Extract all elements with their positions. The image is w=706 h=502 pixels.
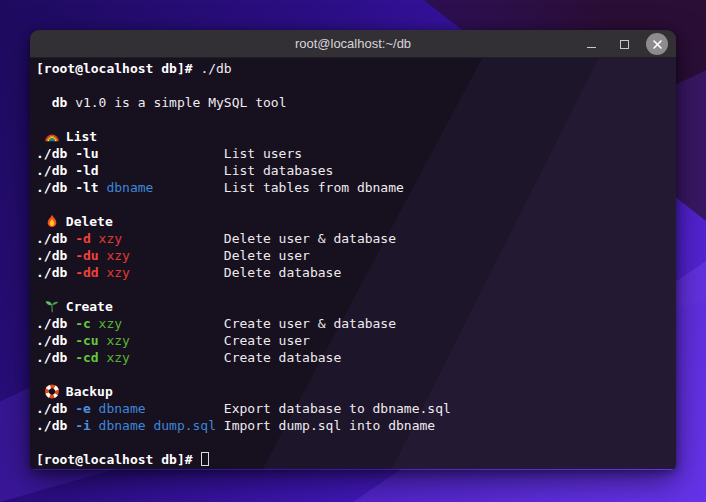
command-cell: ./db -du xzy bbox=[36, 247, 224, 264]
command-cell: ./db -e dbname bbox=[36, 400, 224, 417]
command-row: ./db -d xzyDelete user & database bbox=[36, 230, 670, 247]
command-args: xzy bbox=[91, 316, 122, 331]
shell-prompt: [root@localhost db]# bbox=[36, 61, 193, 76]
command-cell: ./db -c xzy bbox=[36, 315, 224, 332]
section-header: Create bbox=[36, 298, 670, 315]
command-description: Export database to dbname.sql bbox=[224, 401, 451, 416]
help-section: List ./db -luList users ./db -ldList dat… bbox=[36, 128, 670, 196]
command-base: ./db bbox=[36, 418, 67, 433]
command-description: Create database bbox=[224, 350, 341, 365]
command-args: dbname bbox=[91, 401, 146, 416]
command-base: ./db bbox=[36, 163, 67, 178]
minimize-icon bbox=[587, 47, 596, 49]
command-base: ./db bbox=[36, 180, 67, 195]
command-args: dbname bbox=[99, 180, 154, 195]
command-line-entry: [root@localhost db]# ./db bbox=[36, 60, 670, 77]
command-row: ./db -du xzyDelete user bbox=[36, 247, 670, 264]
terminal-window: root@localhost:~/db [root@localhost db]#… bbox=[30, 30, 676, 470]
command-description: Create user bbox=[224, 333, 310, 348]
command-args: dbname dump.sql bbox=[91, 418, 216, 433]
command-flag: -lt bbox=[67, 180, 98, 195]
desktop-background: root@localhost:~/db [root@localhost db]#… bbox=[0, 0, 706, 502]
command-row: ./db -lt dbnameList tables from dbname bbox=[36, 179, 670, 196]
command-description: List tables from dbname bbox=[224, 180, 404, 195]
command-flag: -lu bbox=[67, 146, 98, 161]
command-args: xzy bbox=[99, 265, 130, 280]
command-flag: -c bbox=[67, 316, 90, 331]
command-base: ./db bbox=[36, 248, 67, 263]
command-base: ./db bbox=[36, 350, 67, 365]
command-base: ./db bbox=[36, 316, 67, 331]
command-row: ./db -i dbname dump.sqlImport dump.sql i… bbox=[36, 417, 670, 434]
command-flag: -dd bbox=[67, 265, 98, 280]
command-cell: ./db -lt dbname bbox=[36, 179, 224, 196]
close-button[interactable] bbox=[646, 33, 668, 55]
fire-icon bbox=[44, 214, 60, 229]
lifebuoy-icon bbox=[44, 384, 60, 399]
command-cell: ./db -i dbname dump.sql bbox=[36, 417, 224, 434]
command-base: ./db bbox=[36, 146, 67, 161]
command-row: ./db -dd xzyDelete database bbox=[36, 264, 670, 281]
command-description: Delete user bbox=[224, 248, 310, 263]
command-cell: ./db -d xzy bbox=[36, 230, 224, 247]
help-section: Create ./db -c xzyCreate user & database… bbox=[36, 298, 670, 366]
command-args: xzy bbox=[99, 333, 130, 348]
command-row: ./db -c xzyCreate user & database bbox=[36, 315, 670, 332]
maximize-button[interactable] bbox=[613, 33, 635, 55]
command-row: ./db -luList users bbox=[36, 145, 670, 162]
section-rows: ./db -e dbnameExport database to dbname.… bbox=[36, 400, 670, 434]
minimize-button[interactable] bbox=[580, 33, 602, 55]
command-row: ./db -ldList databases bbox=[36, 162, 670, 179]
window-titlebar[interactable]: root@localhost:~/db bbox=[30, 30, 676, 58]
command-description: List users bbox=[224, 146, 302, 161]
command-flag: -d bbox=[67, 231, 90, 246]
command-flag: -e bbox=[67, 401, 90, 416]
section-title: Backup bbox=[66, 383, 113, 400]
help-section: Delete ./db -d xzyDelete user & database… bbox=[36, 213, 670, 281]
command-flag: -ld bbox=[67, 163, 98, 178]
command-flag: -cu bbox=[67, 333, 98, 348]
app-name: db bbox=[52, 95, 68, 110]
command-cell: ./db -lu bbox=[36, 145, 224, 162]
sections: List ./db -luList users ./db -ldList dat… bbox=[36, 128, 670, 434]
close-icon bbox=[652, 39, 663, 50]
section-title: List bbox=[66, 128, 97, 145]
command-cell: ./db -dd xzy bbox=[36, 264, 224, 281]
command-cell: ./db -ld bbox=[36, 162, 224, 179]
command-cell: ./db -cd xzy bbox=[36, 349, 224, 366]
command-row: ./db -cu xzyCreate user bbox=[36, 332, 670, 349]
terminal-content: [root@localhost db]# ./db db v1.0 is a s… bbox=[30, 58, 676, 470]
command-description: Import dump.sql into dbname bbox=[224, 418, 435, 433]
section-header: Delete bbox=[36, 213, 670, 230]
rainbow-icon bbox=[44, 129, 60, 144]
command-row: ./db -e dbnameExport database to dbname.… bbox=[36, 400, 670, 417]
command-description: Create user & database bbox=[224, 316, 396, 331]
command-flag: -du bbox=[67, 248, 98, 263]
seedling-icon bbox=[44, 299, 60, 314]
section-header: Backup bbox=[36, 383, 670, 400]
command-description: List databases bbox=[224, 163, 334, 178]
maximize-icon bbox=[620, 40, 629, 49]
shell-prompt: [root@localhost db]# bbox=[36, 452, 193, 467]
section-title: Delete bbox=[66, 213, 113, 230]
terminal-cursor[interactable] bbox=[201, 452, 209, 466]
command-base: ./db bbox=[36, 265, 67, 280]
command-args: xzy bbox=[99, 248, 130, 263]
command-description: Delete user & database bbox=[224, 231, 396, 246]
terminal-screen[interactable]: [root@localhost db]# ./db db v1.0 is a s… bbox=[30, 58, 676, 469]
window-controls bbox=[580, 30, 668, 58]
help-section: Backup ./db -e dbnameExport database to … bbox=[36, 383, 670, 434]
intro-line: db v1.0 is a simple MySQL tool bbox=[36, 94, 670, 111]
typed-command: ./db bbox=[200, 61, 231, 76]
section-title: Create bbox=[66, 298, 113, 315]
section-rows: ./db -c xzyCreate user & database ./db -… bbox=[36, 315, 670, 366]
section-rows: ./db -luList users ./db -ldList database… bbox=[36, 145, 670, 196]
command-base: ./db bbox=[36, 333, 67, 348]
command-cell: ./db -cu xzy bbox=[36, 332, 224, 349]
section-header: List bbox=[36, 128, 670, 145]
trailing-prompt-line: [root@localhost db]# bbox=[36, 451, 670, 468]
command-args: xzy bbox=[91, 231, 122, 246]
app-tagline: v1.0 is a simple MySQL tool bbox=[67, 95, 286, 110]
section-rows: ./db -d xzyDelete user & database ./db -… bbox=[36, 230, 670, 281]
command-base: ./db bbox=[36, 401, 67, 416]
